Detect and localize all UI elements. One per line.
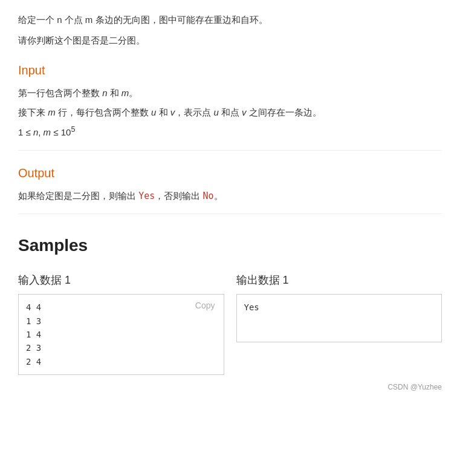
desc-line2: 请你判断这个图是否是二分图。 — [18, 33, 442, 48]
input-section-title: Input — [18, 60, 442, 80]
output-sample-box: Yes — [236, 294, 442, 342]
input-line2: 接下来 m 行，每行包含两个整数 u 和 v，表示点 u 和点 v 之间存在一条… — [18, 105, 442, 120]
input-sample-col: 输入数据 1 Copy 4 4 1 3 1 4 2 3 2 4 — [18, 271, 224, 376]
input-section-content: 第一行包含两个整数 n 和 m。 接下来 m 行，每行包含两个整数 u 和 v，… — [18, 85, 442, 140]
output-section-content: 如果给定图是二分图，则输出 Yes，否则输出 No。 — [18, 188, 442, 204]
output-section-title: Output — [18, 163, 442, 183]
input-sample-box: Copy 4 4 1 3 1 4 2 3 2 4 — [18, 294, 224, 375]
samples-grid: 输入数据 1 Copy 4 4 1 3 1 4 2 3 2 4 输出数据 1 Y… — [18, 271, 442, 376]
desc-line1: 给定一个 n 个点 m 条边的无向图，图中可能存在重边和自环。 — [18, 12, 442, 28]
output-line1: 如果给定图是二分图，则输出 Yes，否则输出 No。 — [18, 188, 442, 204]
no-code: No — [202, 191, 213, 201]
copy-button[interactable]: Copy — [192, 299, 219, 311]
samples-title: Samples — [18, 231, 442, 260]
problem-description: 给定一个 n 个点 m 条边的无向图，图中可能存在重边和自环。 请你判断这个图是… — [18, 12, 442, 48]
divider1 — [18, 150, 442, 151]
input-line1: 第一行包含两个整数 n 和 m。 — [18, 85, 442, 101]
input-constraint: 1 ≤ n, m ≤ 105 — [18, 123, 442, 140]
watermark: CSDN @Yuzhee — [18, 381, 442, 393]
output-sample-col: 输出数据 1 Yes — [236, 271, 442, 376]
input-sample-data: 4 4 1 3 1 4 2 3 2 4 — [26, 301, 216, 368]
input-sample-label: 输入数据 1 — [18, 271, 224, 290]
output-sample-label: 输出数据 1 — [236, 271, 442, 290]
divider2 — [18, 214, 442, 214]
yes-code: Yes — [138, 191, 155, 201]
output-sample-data: Yes — [244, 301, 435, 314]
